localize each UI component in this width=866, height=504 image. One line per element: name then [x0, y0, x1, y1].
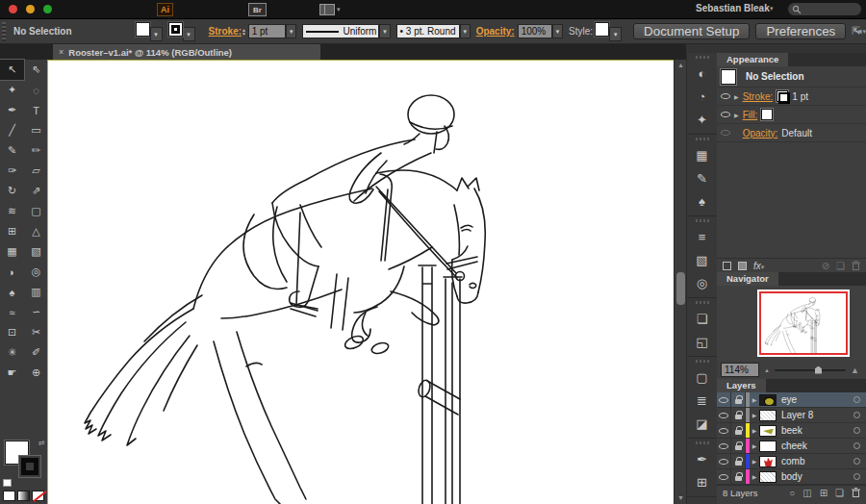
locate-object-button[interactable]: ○ [789, 488, 795, 498]
blend-tool[interactable]: ◎ [24, 262, 48, 282]
brush-definition-field[interactable]: • 3 pt. Round [396, 24, 460, 38]
warp-tool[interactable]: ≈ [0, 302, 24, 322]
layer-row[interactable]: ▶comb [717, 454, 866, 469]
layer-name[interactable]: Layer 8 [777, 410, 853, 420]
delete-item-button[interactable] [852, 261, 860, 270]
layer-expand-arrow[interactable]: ▶ [750, 473, 759, 480]
opacity-field[interactable]: 100% [518, 24, 552, 38]
tab-appearance[interactable]: Appearance [717, 53, 788, 66]
tab-layers[interactable]: Layers [717, 379, 766, 392]
layer-expand-arrow[interactable]: ▶ [750, 458, 759, 465]
magic-wand-tool[interactable]: ✦ [0, 80, 24, 100]
color-themes-panel-icon[interactable]: ✦ [687, 108, 717, 131]
control-panel-menu-icon[interactable]: ⇥ [854, 26, 862, 37]
scale-tool[interactable]: ⇗ [24, 181, 48, 201]
layer-lock-toggle[interactable] [731, 469, 746, 484]
layer-name[interactable]: cheek [777, 441, 853, 451]
layer-visibility-toggle[interactable] [717, 423, 731, 438]
add-effect-button[interactable]: fx▾ [753, 261, 764, 271]
mesh-tool[interactable]: ▦ [0, 241, 24, 262]
clear-appearance-button[interactable]: ⊘ [822, 261, 829, 271]
stroke-color-swatch[interactable]: ▼ [168, 22, 195, 41]
layer-target-circle[interactable] [853, 442, 860, 449]
chevron-down-icon[interactable]: ▼ [183, 27, 195, 41]
color-mode-button[interactable] [3, 491, 15, 501]
zoom-slider-thumb[interactable] [815, 366, 822, 374]
perspective-grid-tool[interactable]: △ [24, 221, 48, 241]
navigator-zoom-field[interactable]: 114% [721, 363, 759, 377]
dock-group-grip[interactable] [696, 360, 709, 363]
layer-row[interactable]: ▶eye [717, 392, 866, 408]
appearance-opacity-row[interactable]: ▶ Opacity: Default [717, 124, 866, 142]
brushes-panel-icon[interactable]: ✎ [687, 166, 717, 189]
pen-tool[interactable]: ✒ [0, 100, 24, 120]
graphic-style-swatch[interactable]: ▼ [595, 22, 622, 41]
zoom-window-button[interactable] [43, 5, 52, 13]
layer-target-circle[interactable] [853, 458, 860, 465]
opacity-panel-link[interactable]: Opacity: [476, 26, 515, 37]
zoom-in-icon[interactable]: ▲ [851, 365, 859, 375]
gradient-panel-icon[interactable]: ▧ [687, 248, 717, 271]
fill-attribute-link[interactable]: Fill: [743, 110, 758, 120]
appearance-fill-row[interactable]: ▶ Fill: [717, 106, 866, 124]
new-stroke-button[interactable] [723, 262, 731, 270]
layer-target-circle[interactable] [853, 412, 860, 418]
width-profile-dropdown[interactable]: ▼ [379, 24, 390, 38]
artboard-canvas[interactable] [48, 60, 674, 504]
default-fill-stroke-icon[interactable] [3, 479, 12, 487]
stroke-weight-dropdown[interactable]: ▼ [286, 24, 296, 38]
zoom-out-icon[interactable]: ▲ [764, 367, 770, 373]
curvature-tool[interactable]: ∽ [24, 302, 48, 322]
appearance-stroke-row[interactable]: ▶ Stroke: 1 pt [717, 88, 866, 106]
visibility-eye-icon[interactable] [721, 112, 730, 117]
make-clipping-mask-button[interactable]: ◫ [802, 488, 811, 498]
layer-expand-arrow[interactable]: ▶ [750, 427, 759, 434]
chevron-down-icon[interactable]: ▼ [150, 27, 163, 41]
slice-tool[interactable]: ✂ [24, 322, 48, 342]
navigator-zoom-slider[interactable] [775, 369, 846, 371]
selection-tool[interactable]: ↖ [0, 60, 24, 80]
artboard-tool[interactable]: ⊡ [0, 322, 24, 342]
artboards-panel-icon[interactable]: ⊞ [687, 470, 717, 493]
new-sublayer-button[interactable]: ⊞ [820, 488, 828, 498]
pencil-tool[interactable]: ✏ [24, 140, 48, 161]
chevron-down-icon[interactable]: ▼ [609, 27, 622, 41]
user-account-menu[interactable]: Sebastian Bleak [696, 3, 770, 13]
minimize-window-button[interactable] [26, 5, 35, 13]
layer-visibility-toggle[interactable] [717, 439, 731, 453]
arrange-documents-button[interactable]: ▾ [319, 3, 348, 16]
opacity-dropdown[interactable]: ▼ [552, 24, 563, 38]
preferences-button[interactable]: Preferences [755, 23, 846, 39]
layer-target-circle[interactable] [853, 427, 860, 434]
control-bar-grip[interactable] [2, 22, 6, 41]
line-segment-tool[interactable]: ╱ [0, 120, 24, 140]
gradient-tool[interactable]: ▧ [24, 241, 48, 262]
eraser-tool[interactable]: ▱ [24, 161, 48, 181]
shape-builder-tool[interactable]: ⊞ [0, 221, 24, 241]
layer-name[interactable]: eye [777, 394, 853, 405]
search-input[interactable] [787, 2, 862, 16]
brush-definition-dropdown[interactable]: ▼ [460, 24, 471, 38]
variable-width-profile-field[interactable]: Uniform [302, 24, 379, 38]
stroke-panel-icon[interactable]: ≡ [687, 225, 717, 248]
appearance-panel-icon[interactable]: ✒ [687, 447, 717, 470]
color-guide-panel-icon[interactable]: ◔ [687, 85, 717, 108]
fill-color-thumbnail[interactable] [761, 109, 773, 120]
canvas-vertical-scrollbar[interactable]: ▲ ▼ [674, 60, 686, 504]
layer-visibility-toggle[interactable] [717, 408, 731, 422]
pathfinder-shape-panel-icon[interactable]: ◪ [687, 412, 717, 435]
layer-row[interactable]: ▶body [717, 469, 866, 485]
expand-arrow-icon[interactable]: ▶ [734, 93, 739, 100]
layer-name[interactable]: beek [777, 425, 853, 436]
color-panel-icon[interactable]: ◐ [687, 62, 717, 85]
stroke-attribute-link[interactable]: Stroke: [743, 91, 774, 102]
rectangle-tool[interactable]: ▭ [24, 120, 48, 140]
lasso-tool[interactable]: ◌ [24, 80, 48, 100]
dock-group-grip[interactable] [696, 56, 709, 59]
transparency-panel-icon[interactable]: ◎ [687, 271, 717, 294]
document-setup-button[interactable]: Document Setup [633, 23, 750, 39]
column-graph-tool[interactable]: ▥ [24, 282, 48, 302]
width-tool[interactable]: ≋ [0, 201, 24, 221]
gradient-mode-button[interactable] [17, 491, 30, 501]
hand-tool[interactable]: ☛ [0, 363, 24, 383]
